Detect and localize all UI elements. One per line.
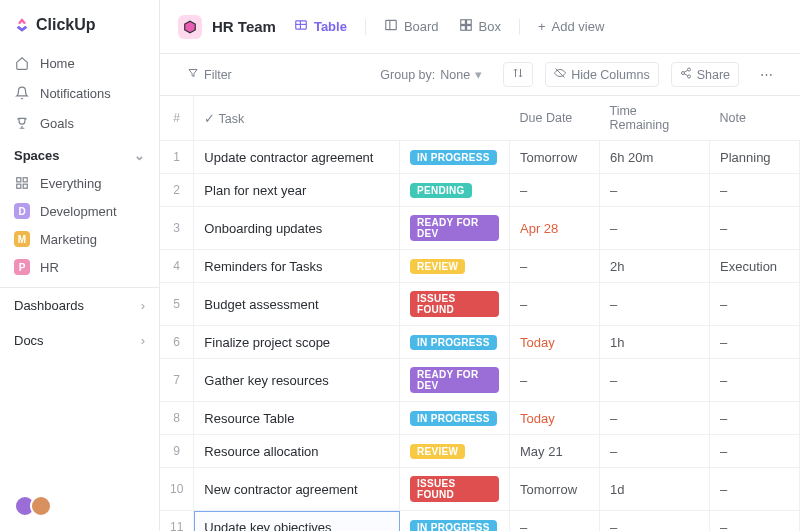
note-cell[interactable]: Planning	[710, 141, 800, 174]
table-row[interactable]: 10New contractor agreementISSUES FOUNDTo…	[160, 468, 800, 511]
note-cell[interactable]: –	[710, 468, 800, 511]
view-table[interactable]: Table	[292, 14, 349, 39]
time-cell[interactable]: –	[600, 283, 710, 326]
task-cell[interactable]: Resource allocation	[194, 435, 400, 468]
note-cell[interactable]: –	[710, 207, 800, 250]
task-cell[interactable]: Budget assessment	[194, 283, 400, 326]
due-cell[interactable]: –	[510, 250, 600, 283]
task-cell[interactable]: New contractor agreement	[194, 468, 400, 511]
task-cell[interactable]: Gather key resources	[194, 359, 400, 402]
nav-goals[interactable]: Goals	[0, 108, 159, 138]
time-cell[interactable]: –	[600, 402, 710, 435]
view-box[interactable]: Box	[457, 14, 503, 39]
status-pill[interactable]: READY FOR DEV	[410, 367, 499, 393]
table-row[interactable]: 3Onboarding updatesREADY FOR DEVApr 28––	[160, 207, 800, 250]
status-pill[interactable]: IN PROGRESS	[410, 335, 497, 350]
share-button[interactable]: Share	[671, 62, 739, 87]
status-cell[interactable]: READY FOR DEV	[400, 359, 510, 402]
status-cell[interactable]: REVIEW	[400, 250, 510, 283]
space-item[interactable]: DDevelopment	[0, 197, 159, 225]
col-note[interactable]: Note	[710, 96, 800, 141]
note-cell[interactable]: Execution	[710, 250, 800, 283]
task-cell[interactable]: Update contractor agreement	[194, 141, 400, 174]
hide-columns-button[interactable]: Hide Columns	[545, 62, 659, 87]
space-item[interactable]: MMarketing	[0, 225, 159, 253]
col-due[interactable]: Due Date	[510, 96, 600, 141]
nav-docs[interactable]: Docs ›	[0, 323, 159, 358]
status-pill[interactable]: IN PROGRESS	[410, 150, 497, 165]
space-everything[interactable]: Everything	[0, 169, 159, 197]
view-board[interactable]: Board	[382, 14, 441, 39]
col-status[interactable]	[400, 96, 510, 141]
time-cell[interactable]: –	[600, 359, 710, 402]
status-pill[interactable]: REVIEW	[410, 259, 465, 274]
time-cell[interactable]: 6h 20m	[600, 141, 710, 174]
due-cell[interactable]: Apr 28	[510, 207, 600, 250]
status-cell[interactable]: ISSUES FOUND	[400, 468, 510, 511]
status-cell[interactable]: IN PROGRESS	[400, 511, 510, 532]
due-cell[interactable]: Today	[510, 326, 600, 359]
time-cell[interactable]: –	[600, 435, 710, 468]
due-cell[interactable]: –	[510, 511, 600, 532]
table-row[interactable]: 5Budget assessmentISSUES FOUND–––	[160, 283, 800, 326]
sort-button[interactable]	[503, 62, 533, 87]
avatar[interactable]	[30, 495, 52, 517]
time-cell[interactable]: 2h	[600, 250, 710, 283]
more-button[interactable]: ⋯	[751, 62, 782, 87]
note-cell[interactable]: –	[710, 402, 800, 435]
task-cell[interactable]: Finalize project scope	[194, 326, 400, 359]
col-task[interactable]: ✓ Task	[194, 96, 400, 141]
status-pill[interactable]: ISSUES FOUND	[410, 476, 499, 502]
col-time[interactable]: Time Remaining	[600, 96, 710, 141]
time-cell[interactable]: 1d	[600, 468, 710, 511]
note-cell[interactable]: –	[710, 359, 800, 402]
col-number[interactable]: #	[160, 96, 194, 141]
page-title[interactable]: HR Team	[178, 15, 276, 39]
table-row[interactable]: 7Gather key resourcesREADY FOR DEV–––	[160, 359, 800, 402]
time-cell[interactable]: –	[600, 174, 710, 207]
nav-home[interactable]: Home	[0, 48, 159, 78]
due-cell[interactable]: May 21	[510, 435, 600, 468]
add-view[interactable]: + Add view	[536, 15, 606, 38]
spaces-header[interactable]: Spaces ⌄	[0, 138, 159, 169]
note-cell[interactable]: –	[710, 174, 800, 207]
task-cell[interactable]: Onboarding updates	[194, 207, 400, 250]
note-cell[interactable]: –	[710, 326, 800, 359]
time-cell[interactable]: –	[600, 511, 710, 532]
groupby-button[interactable]: Group by: None ▾	[371, 62, 491, 87]
status-pill[interactable]: REVIEW	[410, 444, 465, 459]
task-cell[interactable]: Update key objectives	[194, 511, 400, 532]
status-pill[interactable]: IN PROGRESS	[410, 520, 497, 531]
status-cell[interactable]: REVIEW	[400, 435, 510, 468]
task-cell[interactable]: Resource Table	[194, 402, 400, 435]
status-cell[interactable]: PENDING	[400, 174, 510, 207]
task-cell[interactable]: Plan for next year	[194, 174, 400, 207]
brand-logo[interactable]: ClickUp	[0, 10, 159, 40]
due-cell[interactable]: Today	[510, 402, 600, 435]
due-cell[interactable]: –	[510, 174, 600, 207]
table-row[interactable]: 6Finalize project scopeIN PROGRESSToday1…	[160, 326, 800, 359]
status-cell[interactable]: IN PROGRESS	[400, 402, 510, 435]
status-pill[interactable]: ISSUES FOUND	[410, 291, 499, 317]
time-cell[interactable]: –	[600, 207, 710, 250]
nav-notifications[interactable]: Notifications	[0, 78, 159, 108]
due-cell[interactable]: Tomorrow	[510, 141, 600, 174]
note-cell[interactable]: –	[710, 511, 800, 532]
table-row[interactable]: 11Update key objectivesIN PROGRESS–––	[160, 511, 800, 532]
note-cell[interactable]: –	[710, 283, 800, 326]
status-cell[interactable]: ISSUES FOUND	[400, 283, 510, 326]
status-cell[interactable]: IN PROGRESS	[400, 326, 510, 359]
task-cell[interactable]: Reminders for Tasks	[194, 250, 400, 283]
due-cell[interactable]: Tomorrow	[510, 468, 600, 511]
table-row[interactable]: 9Resource allocationREVIEWMay 21––	[160, 435, 800, 468]
due-cell[interactable]: –	[510, 283, 600, 326]
status-pill[interactable]: READY FOR DEV	[410, 215, 499, 241]
table-row[interactable]: 1Update contractor agreementIN PROGRESST…	[160, 141, 800, 174]
status-pill[interactable]: PENDING	[410, 183, 472, 198]
note-cell[interactable]: –	[710, 435, 800, 468]
filter-button[interactable]: Filter	[178, 62, 241, 87]
nav-dashboards[interactable]: Dashboards ›	[0, 288, 159, 323]
user-avatars[interactable]	[0, 481, 159, 531]
time-cell[interactable]: 1h	[600, 326, 710, 359]
table-row[interactable]: 4Reminders for TasksREVIEW–2hExecution	[160, 250, 800, 283]
